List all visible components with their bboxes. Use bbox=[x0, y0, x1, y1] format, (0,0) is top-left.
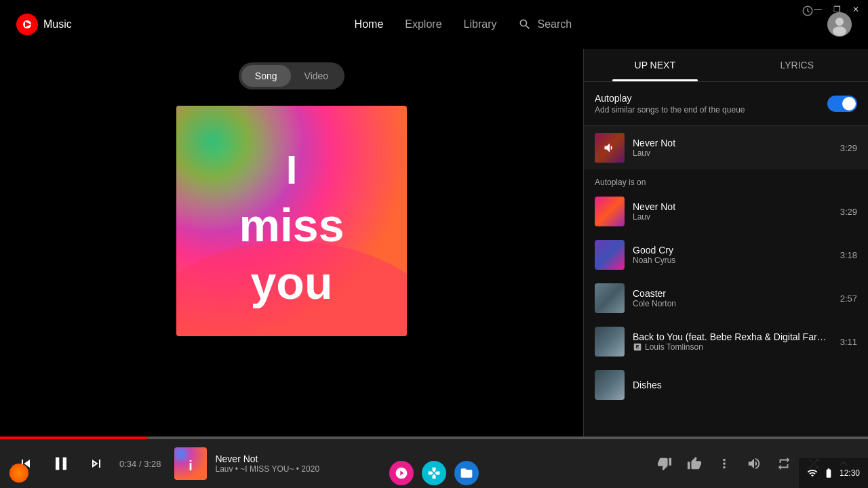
view-toggle: Song Video bbox=[239, 62, 344, 89]
search-icon bbox=[518, 18, 532, 31]
queue-item-3[interactable]: Back to You (feat. Bebe Rexha & Digital … bbox=[584, 320, 868, 363]
thumbs-up-button[interactable] bbox=[684, 453, 705, 474]
queue-item-2[interactable]: Coaster Cole Norton 2:57 bbox=[584, 277, 868, 320]
queue-title-1: Good Cry bbox=[633, 245, 832, 256]
nav-explore[interactable]: Explore bbox=[405, 18, 441, 30]
queue-title-2: Coaster bbox=[633, 288, 832, 299]
queue-thumb-1 bbox=[595, 240, 625, 270]
queue-meta-0: Never Not Lauv bbox=[633, 201, 832, 222]
games-icon bbox=[427, 466, 441, 480]
pause-icon bbox=[50, 453, 72, 474]
taskbar-files[interactable] bbox=[454, 461, 479, 485]
video-toggle[interactable]: Video bbox=[291, 65, 342, 87]
autoplay-desc: Add similar songs to the end of the queu… bbox=[595, 105, 827, 115]
song-toggle[interactable]: Song bbox=[241, 65, 291, 87]
svg-text:i: i bbox=[189, 458, 193, 473]
thumbs-down-icon bbox=[657, 456, 672, 471]
system-tray: 12:30 bbox=[799, 458, 868, 488]
current-artist: Lauv bbox=[633, 148, 832, 158]
svg-text:miss: miss bbox=[239, 199, 344, 251]
queue-duration-1: 3:18 bbox=[840, 250, 857, 260]
current-meta: Never Not Lauv bbox=[633, 138, 832, 158]
queue-artist-3: E Louis Tomlinson bbox=[633, 342, 832, 352]
taskbar-launcher[interactable] bbox=[9, 464, 28, 483]
queue-item-1[interactable]: Good Cry Noah Cyrus 3:18 bbox=[584, 233, 868, 277]
search-area[interactable]: Search bbox=[518, 18, 572, 31]
main-nav: Home Explore Library Search bbox=[113, 18, 814, 31]
repeat-button[interactable] bbox=[773, 453, 795, 474]
repeat-icon bbox=[776, 456, 791, 471]
queue-meta-1: Good Cry Noah Cyrus bbox=[633, 245, 832, 265]
playing-indicator bbox=[595, 133, 625, 163]
album-art-image: I miss you bbox=[176, 106, 407, 336]
close-button[interactable]: ✕ bbox=[849, 3, 863, 16]
system-time: 12:30 bbox=[840, 468, 860, 478]
right-panel: UP NEXT LYRICS Autoplay Add similar song… bbox=[583, 49, 868, 439]
time-display: 0:34 / 3:28 bbox=[119, 459, 161, 469]
nav-library[interactable]: Library bbox=[464, 18, 497, 30]
queue-artist-0: Lauv bbox=[633, 212, 832, 222]
youtube-music-icon bbox=[16, 14, 38, 35]
svg-text:I: I bbox=[286, 147, 298, 192]
explicit-icon: E bbox=[633, 342, 642, 352]
track-subline: Lauv • ~I MISS YOU~ • 2020 bbox=[215, 464, 319, 474]
queue-duration-0: 3:29 bbox=[840, 207, 857, 217]
play-circle-icon bbox=[395, 466, 408, 480]
current-duration: 3:29 bbox=[840, 143, 857, 153]
header: Music Home Explore Library Search bbox=[0, 0, 868, 49]
taskbar-youtube-music[interactable] bbox=[389, 461, 414, 485]
queue-meta-3: Back to You (feat. Bebe Rexha & Digital … bbox=[633, 331, 832, 352]
folder-icon bbox=[460, 466, 473, 480]
autoplay-title: Autoplay bbox=[595, 93, 827, 104]
queue-list: Never Not Lauv 3:29 Good Cry Noah Cyrus … bbox=[584, 190, 868, 439]
battery-icon bbox=[823, 468, 834, 479]
tab-up-next[interactable]: UP NEXT bbox=[584, 49, 726, 81]
autoplay-section-label: Autoplay is on bbox=[584, 169, 868, 190]
queue-title-0: Never Not bbox=[633, 201, 832, 212]
current-title: Never Not bbox=[633, 138, 832, 148]
title-bar: — ❐ ✕ bbox=[806, 0, 868, 19]
svg-point-5 bbox=[833, 26, 846, 36]
track-thumb: i bbox=[174, 447, 207, 480]
queue-meta-4: Dishes bbox=[633, 380, 849, 390]
queue-artist-2: Cole Norton bbox=[633, 299, 832, 308]
taskbar-play-games[interactable] bbox=[422, 461, 446, 485]
queue-item-4[interactable]: Dishes bbox=[584, 363, 868, 407]
maximize-button[interactable]: ❐ bbox=[830, 3, 844, 16]
top-tray bbox=[802, 0, 814, 22]
queue-meta-2: Coaster Cole Norton bbox=[633, 288, 832, 308]
queue-title-3: Back to You (feat. Bebe Rexha & Digital … bbox=[633, 331, 832, 342]
queue-thumb-4 bbox=[595, 370, 625, 400]
wifi-icon bbox=[807, 468, 818, 479]
autoplay-info: Autoplay Add similar songs to the end of… bbox=[595, 93, 827, 115]
tray-icon-1 bbox=[802, 5, 814, 17]
volume-button[interactable] bbox=[743, 453, 765, 474]
volume-icon bbox=[747, 456, 762, 471]
logo[interactable]: Music bbox=[16, 14, 72, 35]
track-name: Never Not bbox=[215, 453, 319, 464]
queue-duration-2: 2:57 bbox=[840, 293, 857, 304]
current-thumb bbox=[595, 133, 625, 163]
current-time: 0:34 bbox=[119, 459, 136, 469]
taskbar-icons bbox=[389, 458, 479, 488]
svg-text:you: you bbox=[251, 257, 333, 308]
nav-home[interactable]: Home bbox=[355, 18, 384, 30]
current-queue-item[interactable]: Never Not Lauv 3:29 bbox=[584, 126, 868, 169]
next-button[interactable] bbox=[84, 451, 108, 476]
more-vert-icon bbox=[717, 456, 732, 471]
queue-thumb-0 bbox=[595, 197, 625, 226]
queue-item-0[interactable]: Never Not Lauv 3:29 bbox=[584, 190, 868, 233]
queue-artist-1: Noah Cyrus bbox=[633, 256, 832, 265]
track-meta: Never Not Lauv • ~I MISS YOU~ • 2020 bbox=[215, 453, 319, 474]
main-content: Song Video bbox=[0, 49, 868, 439]
left-panel: Song Video bbox=[0, 49, 583, 439]
autoplay-toggle[interactable] bbox=[827, 96, 857, 112]
more-options-button[interactable] bbox=[713, 453, 735, 474]
thumbs-down-button[interactable] bbox=[654, 453, 675, 474]
svg-text:E: E bbox=[636, 344, 639, 349]
queue-duration-3: 3:11 bbox=[840, 337, 857, 347]
pause-button[interactable] bbox=[49, 451, 73, 476]
logo-text: Music bbox=[43, 18, 72, 30]
queue-thumb-3 bbox=[595, 327, 625, 357]
tab-lyrics[interactable]: LYRICS bbox=[726, 49, 869, 81]
